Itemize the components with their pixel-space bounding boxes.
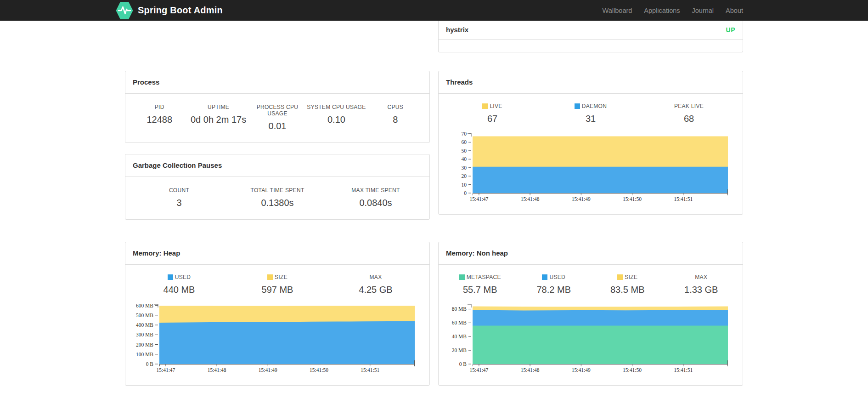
stat-heap-used-label: USED xyxy=(130,274,228,280)
stat-nonheap-max-value: 1.33 GB xyxy=(665,285,738,295)
brand-title: Spring Boot Admin xyxy=(138,5,223,16)
svg-text:70: 70 xyxy=(462,131,467,137)
svg-text:15:41:49: 15:41:49 xyxy=(259,367,277,373)
stat-threads-peak-value: 68 xyxy=(640,114,738,124)
gc-stats: COUNT 3 TOTAL TIME SPENT 0.1380s MAX TIM… xyxy=(125,177,429,219)
application-name: hystrix xyxy=(446,26,468,34)
process-card-title: Process xyxy=(125,71,429,94)
stat-threads-daemon-text: DAEMON xyxy=(582,103,607,109)
application-row-hystrix[interactable]: hystrix UP xyxy=(439,21,743,40)
svg-text:400 MB: 400 MB xyxy=(136,322,153,328)
svg-text:15:41:51: 15:41:51 xyxy=(674,196,693,202)
svg-text:50: 50 xyxy=(462,148,467,154)
stat-gc-total-time-label: TOTAL TIME SPENT xyxy=(228,187,327,194)
stat-metaspace-label: METASPACE xyxy=(443,274,517,280)
stat-threads-peak: PEAK LIVE 68 xyxy=(640,103,738,124)
svg-text:15:41:47: 15:41:47 xyxy=(469,367,488,373)
stat-process-cpu: PROCESS CPU USAGE 0.01 xyxy=(248,104,307,131)
stat-metaspace-value: 55.7 MB xyxy=(443,285,517,295)
live-legend-swatch-icon xyxy=(482,103,488,109)
stat-nonheap-size-value: 83.5 MB xyxy=(591,285,665,295)
stat-heap-max-value: 4.25 GB xyxy=(327,285,425,295)
stat-process-cpu-label: PROCESS CPU USAGE xyxy=(248,104,307,117)
svg-text:0 B: 0 B xyxy=(146,361,154,367)
stat-heap-size-label: SIZE xyxy=(228,274,327,280)
stat-heap-max: MAX 4.25 GB xyxy=(327,274,425,295)
memory-heap-stats: USED 440 MB SIZE 597 MB xyxy=(125,265,429,297)
stat-threads-live: LIVE 67 xyxy=(443,103,541,124)
threads-chart: 15:41:4715:41:4815:41:4915:41:5015:41:51… xyxy=(446,130,731,202)
nav-item-about[interactable]: About xyxy=(720,7,743,14)
memory-nonheap-stats: METASPACE 55.7 MB USED 78.2 MB xyxy=(439,265,743,297)
svg-text:15:41:51: 15:41:51 xyxy=(361,367,379,373)
svg-text:600 MB: 600 MB xyxy=(136,303,153,308)
nav-item-applications[interactable]: Applications xyxy=(638,7,686,14)
stat-uptime-value: 0d 0h 2m 17s xyxy=(189,114,248,125)
svg-text:15:41:49: 15:41:49 xyxy=(572,367,591,373)
stat-nonheap-max-text: MAX xyxy=(695,274,707,280)
stat-system-cpu: SYSTEM CPU USAGE 0.10 xyxy=(307,104,366,131)
nav-item-wallboard[interactable]: Wallboard xyxy=(597,7,638,14)
empty-left-column xyxy=(125,21,430,52)
stat-uptime: UPTIME 0d 0h 2m 17s xyxy=(189,104,248,131)
svg-text:15:41:51: 15:41:51 xyxy=(674,367,693,373)
memory-heap-chart: 15:41:4715:41:4815:41:4915:41:5015:41:51… xyxy=(133,301,417,373)
process-stats: PID 12488 UPTIME 0d 0h 2m 17s PROCESS CP… xyxy=(125,94,429,142)
stat-metaspace: METASPACE 55.7 MB xyxy=(443,274,517,295)
brand[interactable]: Spring Boot Admin xyxy=(115,1,223,20)
stat-nonheap-max: MAX 1.33 GB xyxy=(665,274,738,295)
stat-cpus-label: CPUS xyxy=(366,104,425,110)
svg-text:500 MB: 500 MB xyxy=(136,313,153,318)
stat-pid-value: 12488 xyxy=(130,114,189,125)
svg-text:0: 0 xyxy=(464,190,467,196)
gc-card-title: Garbage Collection Pauses xyxy=(125,154,429,177)
stat-threads-live-value: 67 xyxy=(443,114,541,124)
metaspace-legend-swatch-icon xyxy=(459,274,465,280)
svg-text:15:41:47: 15:41:47 xyxy=(469,196,488,202)
stat-gc-max-time-value: 0.0840s xyxy=(327,198,425,208)
stat-threads-peak-text: PEAK LIVE xyxy=(674,103,704,109)
svg-text:100 MB: 100 MB xyxy=(136,352,153,357)
memory-nonheap-chart-wrap: 15:41:4715:41:4815:41:4915:41:5015:41:51… xyxy=(439,297,743,385)
stat-nonheap-used-value: 78.2 MB xyxy=(517,285,591,295)
stat-threads-live-label: LIVE xyxy=(443,103,541,109)
svg-text:15:41:50: 15:41:50 xyxy=(623,196,642,202)
stat-threads-live-text: LIVE xyxy=(490,103,502,109)
stat-gc-max-time: MAX TIME SPENT 0.0840s xyxy=(327,187,425,208)
gc-pauses-card: Garbage Collection Pauses COUNT 3 TOTAL … xyxy=(125,154,430,220)
memory-nonheap-card-title: Memory: Non heap xyxy=(439,242,743,265)
stat-nonheap-used-label: USED xyxy=(517,274,591,280)
svg-text:40: 40 xyxy=(462,156,467,162)
memory-heap-chart-wrap: 15:41:4715:41:4815:41:4915:41:5015:41:51… xyxy=(125,297,429,385)
stat-heap-size-value: 597 MB xyxy=(228,285,327,295)
nonheap-size-legend-swatch-icon xyxy=(617,274,623,280)
svg-text:300 MB: 300 MB xyxy=(136,332,153,337)
svg-text:0 B: 0 B xyxy=(459,361,467,367)
stat-threads-daemon-label: DAEMON xyxy=(541,103,640,109)
threads-card-title: Threads xyxy=(439,71,743,94)
daemon-legend-swatch-icon xyxy=(575,103,580,109)
stat-process-cpu-value: 0.01 xyxy=(248,121,307,131)
svg-text:15:41:48: 15:41:48 xyxy=(208,367,226,373)
stat-heap-used-value: 440 MB xyxy=(130,285,228,295)
navbar: Spring Boot Admin Wallboard Applications… xyxy=(0,0,868,21)
nav-item-journal[interactable]: Journal xyxy=(686,7,720,14)
applications-status-card: hystrix UP xyxy=(438,21,743,52)
svg-text:60 MB: 60 MB xyxy=(452,320,467,325)
svg-text:20 MB: 20 MB xyxy=(452,347,467,353)
stat-threads-peak-label: PEAK LIVE xyxy=(640,103,738,109)
stat-gc-total-time-value: 0.1380s xyxy=(228,198,327,208)
heap-size-legend-swatch-icon xyxy=(267,274,273,280)
stat-nonheap-size: SIZE 83.5 MB xyxy=(591,274,665,295)
svg-text:10: 10 xyxy=(462,182,467,188)
svg-text:80 MB: 80 MB xyxy=(452,306,467,312)
memory-nonheap-chart: 15:41:4715:41:4815:41:4915:41:5015:41:51… xyxy=(446,301,731,373)
svg-text:20: 20 xyxy=(462,173,467,179)
stat-nonheap-used-text: USED xyxy=(549,274,565,280)
svg-text:40 MB: 40 MB xyxy=(452,334,467,339)
svg-text:15:41:48: 15:41:48 xyxy=(521,196,540,202)
stat-uptime-label: UPTIME xyxy=(189,104,248,110)
stat-metaspace-text: METASPACE xyxy=(467,274,501,280)
nonheap-used-legend-swatch-icon xyxy=(542,274,547,280)
threads-card: Threads LIVE 67 DAEMON xyxy=(438,71,743,215)
